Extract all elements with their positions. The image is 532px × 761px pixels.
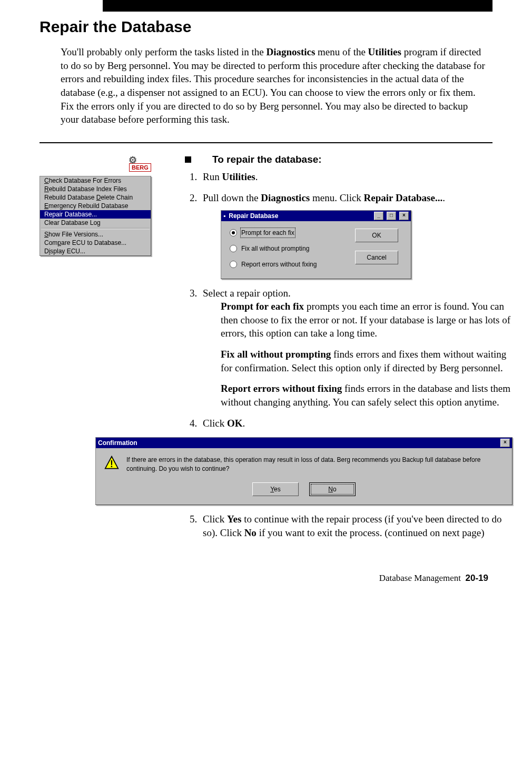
close-button[interactable]: × (500, 439, 510, 447)
radio-label: Report errors without fixing (241, 260, 317, 269)
page-title: Repair the Database (40, 18, 492, 36)
page-header-bar (40, 0, 492, 12)
option-name: Fix all without prompting (221, 349, 331, 360)
intro-bold: Diagnostics (266, 46, 315, 57)
radio-label: Prompt for each fix (241, 229, 294, 237)
page-footer: Database Management 20-19 (40, 573, 492, 599)
step-text: Run (203, 171, 222, 182)
menu-text: Repair Database... (44, 211, 97, 218)
step-text: Click (203, 513, 227, 525)
menu-item[interactable]: Clear Database Log (40, 219, 151, 227)
svg-text:!: ! (110, 459, 113, 469)
step-text: . (442, 192, 445, 203)
dialog-title: Repair Database (229, 212, 278, 220)
menu-text: Clear Database Log (44, 219, 101, 226)
menu-text: Com (44, 239, 57, 246)
menu-text: splay ECU... (50, 248, 85, 255)
menu-item[interactable]: Emergency Rebuild Database (40, 202, 151, 210)
step-text: Click (203, 418, 227, 429)
warning-icon: ! (104, 456, 119, 470)
confirmation-message: If there are errors in the database, thi… (126, 456, 504, 472)
intro-text: You'll probably only perform the tasks l… (61, 46, 266, 57)
intro-bold: Utilities (368, 46, 401, 57)
divider (40, 142, 492, 143)
radio-fix-all[interactable]: Fix all without prompting (230, 244, 344, 253)
dialog-title: Confirmation (98, 439, 137, 447)
dialog-titlebar: Confirmation × (96, 438, 512, 448)
step-text: menu. Click (310, 192, 363, 203)
radio-icon (230, 245, 237, 252)
menu-item[interactable]: Compare ECU to Database... (40, 239, 151, 247)
step-5: Click Yes to continue with the repair pr… (200, 512, 513, 539)
step-4: Click OK. Confirmation × ! (200, 417, 513, 505)
menu-item[interactable]: Show File Versions... (40, 230, 151, 239)
menu-item[interactable]: Rebuild Database Index Files (40, 185, 151, 193)
step-bold: Diagnostics (261, 192, 310, 203)
option-name: Report errors without fixing (221, 383, 342, 394)
radio-icon (230, 261, 237, 268)
step-bold: Utilities (222, 171, 255, 182)
menu-accel: R (44, 185, 49, 193)
menu-text: heck Database For Errors (49, 177, 121, 184)
step-bold: OK (227, 418, 243, 429)
procedure-heading: To repair the database: (185, 153, 513, 166)
menu-item[interactable]: Check Database For Errors (40, 176, 151, 185)
cancel-button[interactable]: Cancel (355, 251, 398, 264)
menu-text: ebuild Database Index Files (49, 185, 127, 193)
step-text: . (255, 171, 258, 182)
step-3: Select a repair option. Prompt for each … (200, 286, 513, 409)
app-icon: ▪ (223, 212, 225, 220)
option-name: Prompt for each fix (221, 301, 304, 312)
step-text: Select a repair option. (203, 288, 291, 299)
step-text: . (242, 418, 245, 429)
bullet-square-icon (185, 156, 191, 163)
maximize-button[interactable]: □ (387, 212, 396, 220)
yes-button[interactable]: Yes (252, 482, 299, 496)
radio-prompt-each-fix[interactable]: Prompt for each fix (230, 229, 344, 237)
menu-text: mergency Rebuild Database (48, 202, 128, 210)
context-menu: Check Database For Errors Rebuild Databa… (40, 176, 151, 256)
intro-paragraph: You'll probably only perform the tasks l… (61, 45, 487, 126)
berg-logo: BERG (129, 163, 151, 172)
menu-accel: E (44, 202, 48, 210)
step-2: Pull down the Diagnostics menu. Click Re… (200, 191, 513, 279)
page-number: 20-19 (466, 573, 488, 583)
close-button[interactable]: × (399, 212, 409, 220)
menu-text: how File Versions... (48, 231, 103, 238)
footer-section: Database Management (379, 573, 461, 583)
option-prompt: Prompt for each fix prompts you each tim… (221, 300, 513, 340)
option-report: Report errors without fixing finds error… (221, 382, 513, 409)
minimize-button[interactable]: _ (374, 212, 383, 220)
repair-database-dialog: ▪ Repair Database _ □ × Prompt for each … (221, 210, 411, 279)
menu-text: are ECU to Database... (61, 239, 126, 246)
radio-icon (230, 229, 237, 236)
procedure-title: To repair the database: (212, 153, 322, 166)
menu-item[interactable]: Display ECU... (40, 247, 151, 255)
step-bold: Repair Database... (364, 192, 443, 203)
btn-text: o (333, 486, 337, 493)
btn-accel: N (328, 486, 333, 493)
radio-report-only[interactable]: Report errors without fixing (230, 260, 344, 269)
radio-label: Fix all without prompting (241, 244, 309, 253)
no-button[interactable]: No (309, 482, 356, 496)
menu-text: Rebuild Database (44, 194, 96, 201)
intro-text: program if directed to do so by Berg per… (61, 46, 485, 125)
dialog-titlebar: ▪ Repair Database _ □ × (221, 211, 411, 221)
ok-button[interactable]: OK (355, 229, 398, 242)
menu-accel: S (44, 231, 48, 238)
menu-item[interactable]: Rebuild Database Delete Chain (40, 193, 151, 202)
step-bold: Yes (227, 513, 241, 525)
step-text: if you want to exit the process. (contin… (257, 527, 485, 538)
menu-item-selected[interactable]: Repair Database... (40, 210, 151, 219)
menu-text: D (44, 248, 49, 255)
menu-separator (41, 228, 150, 229)
btn-text: es (274, 486, 281, 493)
menu-text: elete Chain (101, 194, 133, 201)
menu-accel: C (44, 177, 49, 184)
step-1: Run Utilities. (200, 170, 513, 184)
option-fix-all: Fix all without prompting finds errors a… (221, 348, 513, 374)
step-bold: No (244, 527, 257, 538)
confirmation-dialog: Confirmation × ! If there are errors in … (95, 437, 513, 505)
intro-text: menu of the (315, 46, 368, 57)
step-text: Pull down the (203, 192, 261, 203)
